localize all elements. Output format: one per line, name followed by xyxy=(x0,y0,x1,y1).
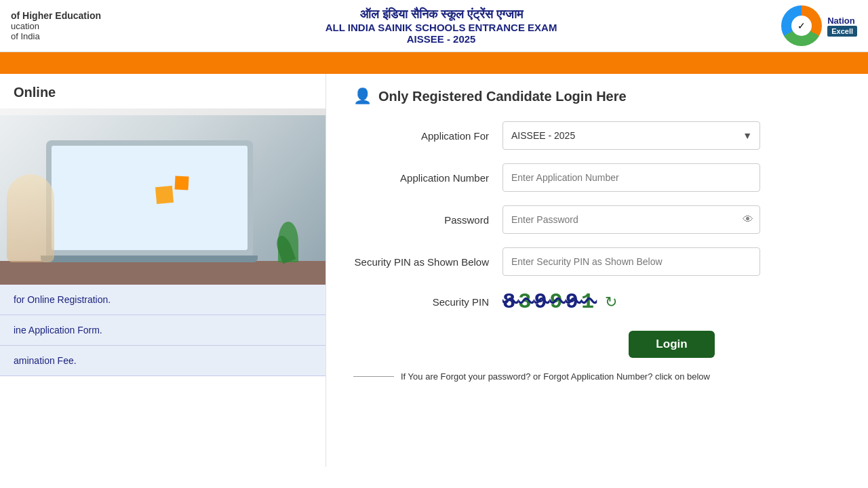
application-for-wrapper: AISSEE - 2025 AISSEE - 2024 ▼ xyxy=(502,121,760,150)
left-panel: Online for Online Registration xyxy=(0,74,326,467)
password-label: Password xyxy=(353,214,502,226)
national-logo: ✓ xyxy=(781,5,822,46)
org-line3: of India xyxy=(11,31,101,41)
eye-icon[interactable]: 👁 xyxy=(743,214,753,226)
header-center: ऑल इंडिया सैनिक स्कूल एंट्रेंस एग्जाम AL… xyxy=(326,7,557,45)
title-english: ALL INDIA SAINIK SCHOOLS ENTRANCE EXAM xyxy=(326,22,557,33)
list-item-0[interactable]: for Online Registration. xyxy=(0,285,326,315)
password-wrapper: 👁 xyxy=(502,205,760,234)
title-hindi: ऑल इंडिया सैनिक स्कूल एंट्रेंस एग्जाम xyxy=(326,7,557,22)
application-for-select[interactable]: AISSEE - 2025 AISSEE - 2024 xyxy=(502,121,760,150)
security-pin-input[interactable] xyxy=(502,247,760,276)
application-for-row: Application For AISSEE - 2025 AISSEE - 2… xyxy=(353,121,841,150)
password-input[interactable] xyxy=(502,205,760,234)
security-pin-value-label: Security PIN xyxy=(353,296,502,308)
captcha-display: 839991 ↻ xyxy=(502,289,617,314)
list-item-1[interactable]: ine Application Form. xyxy=(0,315,326,346)
forgot-line-left xyxy=(353,376,394,377)
login-button-row: Login xyxy=(353,331,841,358)
refresh-captcha-icon[interactable]: ↻ xyxy=(605,293,617,311)
captcha-text: 839991 xyxy=(502,289,597,314)
title-aissee: AISSEE - 2025 xyxy=(326,33,557,45)
application-for-label: Application For xyxy=(353,130,502,142)
security-pin-display-row: Security PIN 839991 ↻ xyxy=(353,289,841,314)
forgot-text: If You are Forgot your password? or Forg… xyxy=(401,371,710,382)
header-right: ✓ Nation Excell xyxy=(781,5,857,46)
header-left: of Higher Education ucation of India xyxy=(11,10,101,41)
security-pin-label: Security PIN as Shown Below xyxy=(353,256,502,268)
org-line2: ucation xyxy=(11,21,101,31)
user-icon: 👤 xyxy=(353,87,372,105)
login-heading: Only Registered Candidate Login Here xyxy=(378,89,627,104)
nation-label: Nation xyxy=(827,16,857,26)
left-list: for Online Registration. ine Application… xyxy=(0,285,326,376)
site-header: of Higher Education ucation of India ऑल … xyxy=(0,0,868,52)
list-item-2[interactable]: amination Fee. xyxy=(0,346,326,376)
password-row: Password 👁 xyxy=(353,205,841,234)
security-pin-input-row: Security PIN as Shown Below xyxy=(353,247,841,276)
application-number-label: Application Number xyxy=(353,172,502,184)
application-number-input[interactable] xyxy=(502,163,760,192)
org-line1: of Higher Education xyxy=(11,10,101,21)
forgot-row: If You are Forgot your password? or Forg… xyxy=(353,371,841,382)
main-layout: Online for Online Registration xyxy=(0,74,868,467)
excell-badge: Excell xyxy=(827,26,857,37)
left-panel-title: Online xyxy=(0,74,326,108)
login-heading-row: 👤 Only Registered Candidate Login Here xyxy=(353,87,841,105)
application-number-row: Application Number xyxy=(353,163,841,192)
laptop-image-area xyxy=(0,108,326,285)
orange-banner xyxy=(0,52,868,74)
login-button[interactable]: Login xyxy=(629,331,714,358)
right-panel: 👤 Only Registered Candidate Login Here A… xyxy=(326,74,868,467)
